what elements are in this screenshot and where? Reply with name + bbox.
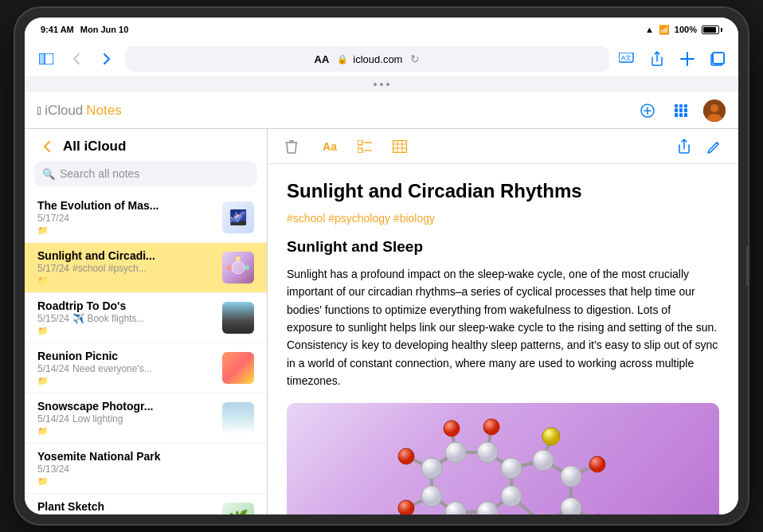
note-title: Plant Sketch [37,500,214,513]
toolbar-left [280,135,303,158]
svg-point-53 [477,502,498,514]
note-body[interactable]: Sunlight and Circadian Rhythms #school #… [268,164,738,514]
back-button[interactable] [65,47,88,71]
svg-point-57 [533,450,554,471]
browser-actions: A文 [616,48,729,70]
note-info: Snowscape Photogr... 5/14/24 Low lightin… [37,400,214,436]
battery-tip [721,28,722,32]
note-thumbnail [222,352,254,384]
svg-point-55 [421,486,442,507]
reader-translate-button[interactable]: A文 [616,48,638,70]
note-item[interactable]: Yosemite National Park 5/13/24 📁 [25,444,267,494]
drag-handle [25,76,738,92]
share-button[interactable] [646,48,668,70]
browser-chrome: AA 🔒 icloud.com ↻ A文 [25,41,738,76]
note-toolbar: Aa [268,129,738,164]
svg-point-62 [398,500,414,514]
table-button[interactable] [389,135,411,158]
note-info: Yosemite National Park 5/13/24 📁 [37,450,254,487]
time-display: 9:41 AM [41,25,74,34]
checklist-button[interactable] [354,135,376,158]
lock-icon: 🔒 [337,54,348,65]
note-meta: 5/14/24 Need everyone's... [37,363,214,374]
user-avatar[interactable] [703,100,726,122]
svg-point-15 [227,265,232,270]
toolbar-right [673,135,726,158]
grid-view-button[interactable] [670,100,692,122]
note-title: The Evolution of Mas... [37,199,214,212]
svg-point-59 [561,498,581,514]
dot [374,83,377,86]
forward-button[interactable] [95,47,119,71]
note-item[interactable]: The Evolution of Mas... 5/17/24 📁 🌌 [25,193,267,243]
note-item-active[interactable]: Sunlight and Circadi... 5/17/24 #school … [25,243,267,293]
svg-point-60 [533,514,554,514]
dot [380,83,383,86]
sidebar-header: All iCloud [25,129,267,161]
note-tags: #school #psychology #biology [287,211,719,225]
app-logo:  iCloud Notes [37,103,122,119]
thumbnail-image [222,302,254,334]
note-preview: #school #psych... [72,263,147,274]
molecule-visualization [287,403,719,514]
svg-point-14 [236,274,241,279]
note-thumbnail: 🌿 [222,503,254,514]
apple-icon:  [37,104,41,117]
add-button[interactable] [676,48,698,70]
wifi-icon: ▲ [645,25,654,34]
note-date: 5/14/24 [37,363,69,374]
tabs-button[interactable] [706,48,729,70]
folder-icon: 📁 [37,276,214,286]
edit-note-button[interactable] [703,135,726,158]
reader-mode-button[interactable]: AA [315,53,330,65]
reload-button[interactable]: ↻ [410,53,420,65]
note-title: Roadtrip To Do's [37,299,214,312]
note-thumbnail [222,302,254,334]
note-title: Sunlight and Circadi... [37,249,214,262]
sidebar-back-button[interactable] [37,137,57,156]
note-thumbnail: 🌌 [222,201,254,233]
svg-point-50 [477,442,498,463]
sidebar: All iCloud 🔍 Search all notes The Evolut… [25,129,268,514]
svg-point-16 [245,265,249,270]
trash-button[interactable] [280,135,303,158]
status-left: 9:41 AM Mon Jun 10 [41,25,128,34]
note-meta: 5/13/24 [37,514,214,514]
status-right: ▲ 📶 100% [645,25,722,35]
battery-fill [703,27,716,33]
note-main-title: Sunlight and Circadian Rhythms [287,180,719,203]
note-meta: 5/17/24 [37,213,214,224]
home-button[interactable] [746,246,749,286]
note-meta: 5/15/24 ✈️ Book flights... [37,313,214,324]
svg-rect-19 [358,148,362,153]
date-display: Mon Jun 10 [80,25,129,34]
url-bar[interactable]: AA 🔒 icloud.com ↻ [125,46,609,72]
note-info: The Evolution of Mas... 5/17/24 📁 [37,199,214,236]
search-bar[interactable]: 🔍 Search all notes [34,161,257,186]
folder-icon: 📁 [37,225,214,236]
share-note-button[interactable] [673,135,695,158]
thumbnail-image [222,402,254,434]
url-display: icloud.com [353,53,402,65]
note-item[interactable]: Roadtrip To Do's 5/15/24 ✈️ Book flights… [25,293,267,343]
note-date: 5/17/24 [37,263,69,274]
svg-text:A文: A文 [621,54,632,61]
status-bar: 9:41 AM Mon Jun 10 ▲ 📶 100% [25,18,738,41]
note-preview: ✈️ Book flights... [72,313,144,324]
ipad-screen: 9:41 AM Mon Jun 10 ▲ 📶 100% [25,18,738,514]
add-note-button[interactable] [636,100,659,122]
thumbnail-image [222,352,254,384]
note-item[interactable]: Plant Sketch 5/13/24 📁 🌿 [25,494,267,514]
font-button[interactable]: Aa [319,135,341,158]
sidebar-toggle-button[interactable] [34,47,58,71]
note-date: 5/13/24 [37,464,69,475]
svg-rect-21 [393,140,407,152]
svg-point-54 [445,502,466,514]
svg-point-69 [542,428,560,445]
note-item[interactable]: Reunion Picnic 5/14/24 Need everyone's..… [25,343,267,393]
svg-point-63 [444,421,460,436]
app-header-right [636,100,726,122]
note-thumbnail [222,252,254,284]
svg-point-61 [398,448,414,464]
note-item[interactable]: Snowscape Photogr... 5/14/24 Low lightin… [25,393,267,444]
